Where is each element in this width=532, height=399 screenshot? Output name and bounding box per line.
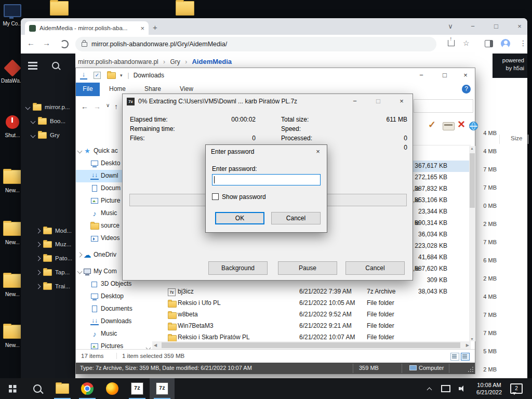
- pause-button[interactable]: Pause: [278, 261, 337, 275]
- scroll-right-icon[interactable]: ▶: [466, 343, 469, 348]
- chevron-right-icon[interactable]: [36, 228, 41, 233]
- file-type: File folder: [367, 299, 394, 307]
- reload-button[interactable]: [60, 40, 69, 48]
- tree-item-boo[interactable]: Boo...: [31, 116, 65, 126]
- sidebar-item-music[interactable]: Music: [76, 328, 152, 340]
- tree-item-pato[interactable]: Pato...: [36, 253, 72, 263]
- profile-avatar[interactable]: [501, 39, 510, 48]
- tree-item-trai[interactable]: Trai...: [36, 281, 70, 291]
- chevron-right-icon[interactable]: [36, 242, 41, 247]
- background-button[interactable]: Background: [208, 261, 268, 275]
- tab-file[interactable]: File: [76, 83, 100, 96]
- desktop-folder-icon[interactable]: [176, 1, 194, 16]
- tree-item-mod[interactable]: Mod...: [36, 225, 72, 236]
- tree-item-muz[interactable]: Muz...: [36, 239, 71, 249]
- chevron-down-icon[interactable]: [77, 269, 83, 274]
- taskbar-search-button[interactable]: [25, 378, 50, 399]
- browser-maximize-button[interactable]: □: [488, 20, 504, 33]
- explorer-maximize-button[interactable]: □: [434, 68, 455, 83]
- explorer-minimize-button[interactable]: −: [411, 68, 432, 83]
- ok-button[interactable]: OK: [215, 212, 264, 224]
- volume-icon[interactable]: [459, 385, 467, 392]
- browser-tab[interactable]: AidemMedia - mirror.polish-aba... ×: [25, 21, 149, 35]
- recent-locations-icon[interactable]: ∨: [106, 102, 110, 108]
- taskbar-firefox-button[interactable]: [100, 378, 125, 399]
- taskbar-7z-button[interactable]: [125, 378, 150, 399]
- taskbar-chrome-button[interactable]: [75, 378, 100, 399]
- chevron-down-icon[interactable]: [25, 104, 31, 110]
- explorer-forward-icon[interactable]: →: [94, 102, 101, 111]
- browser-minimize-button[interactable]: −: [465, 20, 481, 33]
- tree-item-tap[interactable]: Tap...: [36, 267, 70, 277]
- tree-item-gry[interactable]: Gry: [31, 130, 60, 140]
- file-row-w8beta[interactable]: w8beta6/21/2022 9:52 AMFile folder: [152, 309, 471, 321]
- file-row-bj3icz[interactable]: bj3icz6/21/2022 7:39 AM7z Archive38,043 …: [152, 286, 471, 298]
- taskbar-clock[interactable]: 10:08 AM 6/21/2022: [476, 381, 502, 396]
- action-center-icon[interactable]: 2: [510, 383, 523, 394]
- start-button[interactable]: [0, 378, 25, 399]
- breadcrumb-current[interactable]: AidemMedia: [192, 58, 232, 65]
- back-button[interactable]: ←: [27, 38, 35, 47]
- vertical-scroll-thumb[interactable]: [470, 153, 475, 208]
- thumbnail-view-toggle[interactable]: [461, 353, 470, 361]
- new-tab-button[interactable]: +: [153, 23, 157, 32]
- chevron-right-icon[interactable]: [36, 270, 41, 275]
- hidden-icons-chevron[interactable]: [428, 387, 432, 391]
- desktop-folder-icon[interactable]: [50, 1, 69, 16]
- properties-qat-icon[interactable]: ✓: [94, 72, 101, 79]
- password-close-icon[interactable]: ×: [312, 147, 324, 156]
- column-separator[interactable]: [528, 135, 528, 144]
- file-size: 223,028 KB: [415, 242, 447, 249]
- explorer-search-box[interactable]: [414, 99, 473, 113]
- display-tray-icon[interactable]: [441, 385, 450, 392]
- qat-customize-icon[interactable]: ▾: [120, 73, 123, 78]
- tree-item-mirror-p[interactable]: mirror.p...: [26, 102, 70, 112]
- hamburger-menu-icon[interactable]: [28, 62, 37, 63]
- file-row-win7betam3[interactable]: Win7BetaM36/21/2022 9:21 AMFile folder: [152, 321, 471, 332]
- side-panel-icon[interactable]: [485, 40, 493, 47]
- size-column-header[interactable]: Size: [511, 135, 522, 141]
- resize-grip[interactable]: [468, 367, 473, 372]
- search-icon[interactable]: [52, 62, 59, 69]
- taskbar-7z-button[interactable]: [150, 378, 175, 399]
- vertical-scrollbar[interactable]: ▲ ▼: [469, 146, 475, 341]
- taskbar-explorer-button[interactable]: [50, 378, 75, 399]
- sidebar-item-documents[interactable]: Documents: [76, 303, 152, 315]
- details-view-toggle[interactable]: [450, 353, 459, 361]
- horizontal-scrollbar[interactable]: ◀ ▶: [152, 341, 471, 349]
- share-icon[interactable]: [448, 40, 455, 46]
- chevron-down-icon[interactable]: [31, 132, 36, 138]
- chevron-down-icon[interactable]: [31, 118, 36, 124]
- lock-icon[interactable]: [82, 42, 87, 47]
- chevron-right-icon[interactable]: [77, 252, 83, 258]
- browser-close-button[interactable]: ×: [512, 20, 527, 33]
- show-password-checkbox[interactable]: [212, 193, 219, 200]
- help-icon[interactable]: ?: [462, 85, 471, 94]
- menu-dots-icon[interactable]: ⋮: [520, 39, 527, 47]
- cancel-button[interactable]: Cancel: [271, 212, 321, 224]
- chevron-right-icon[interactable]: [36, 256, 41, 261]
- tab-search-icon[interactable]: ∨: [443, 20, 458, 33]
- scroll-down-icon[interactable]: ▼: [470, 337, 474, 341]
- explorer-close-button[interactable]: ×: [455, 68, 476, 83]
- scroll-left-icon[interactable]: ◀: [154, 343, 157, 348]
- file-row-reksio-i-ufo-pl[interactable]: Reksio i Ufo PL6/21/2022 10:05 AMFile fo…: [152, 298, 471, 309]
- chevron-right-icon[interactable]: [36, 284, 41, 289]
- cancel-button[interactable]: Cancel: [345, 261, 405, 275]
- address-bar[interactable]: mirror.polish-abandonware.pl/Gry/AidemMe…: [75, 37, 436, 51]
- bookmark-star-icon[interactable]: ☆: [463, 39, 470, 47]
- up-icon[interactable]: ↑: [114, 102, 118, 111]
- horizontal-scroll-thumb[interactable]: [162, 342, 460, 348]
- chevron-down-icon[interactable]: [77, 149, 83, 154]
- breadcrumb-gry[interactable]: Gry: [170, 58, 180, 65]
- column-separator[interactable]: [499, 135, 500, 144]
- forward-button[interactable]: →: [43, 38, 50, 47]
- explorer-back-icon[interactable]: ←: [81, 102, 88, 111]
- sidebar-item-downloads[interactable]: ↓Downloads: [76, 315, 152, 328]
- sidebar-item-desktop[interactable]: Desktop: [76, 290, 152, 303]
- breadcrumb-root[interactable]: mirror.polish-abandonware.pl: [78, 58, 158, 65]
- scroll-up-icon[interactable]: ▲: [470, 147, 474, 150]
- folder-qat-icon[interactable]: [107, 72, 116, 79]
- tab-close-icon[interactable]: ×: [140, 24, 144, 32]
- password-input[interactable]: [212, 174, 321, 185]
